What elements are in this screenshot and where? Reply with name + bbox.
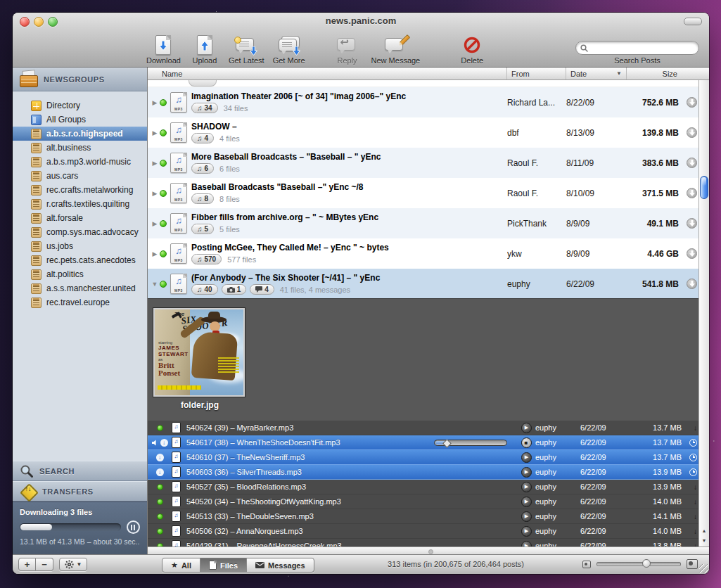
remove-button[interactable]: −: [36, 558, 53, 571]
sidebar-newsgroup-item[interactable]: alt.politics: [13, 267, 147, 281]
download-post-button[interactable]: [679, 188, 697, 198]
sidebar-newsgroup-item[interactable]: a.b.s.mp3.world-music: [13, 155, 147, 169]
column-header-date[interactable]: Date▼: [566, 68, 627, 79]
sidebar-newsgroup-item[interactable]: rec.travel.europe: [13, 295, 147, 309]
file-from: euphy: [535, 438, 580, 447]
play-stop-button[interactable]: [517, 482, 535, 492]
toolbar-toggle-button[interactable]: [684, 18, 702, 25]
download-post-button[interactable]: [679, 279, 697, 289]
sidebar-newsgroup-item[interactable]: alt.forsale: [13, 211, 147, 225]
audio-scrubber[interactable]: [434, 440, 511, 446]
file-row[interactable]: ↓ 540617 (38) – WhenTheShoeDoesn'tFit.mp…: [148, 435, 709, 450]
post-row[interactable]: ♫MP3 More Baseball Broadcasts – "Basebal…: [148, 148, 709, 178]
unread-indicator-dot: [159, 281, 167, 288]
download-post-button[interactable]: [679, 127, 697, 138]
search-section-header[interactable]: SEARCH: [13, 461, 147, 481]
play-stop-button[interactable]: [517, 526, 535, 537]
file-date: 6/22/09: [580, 453, 635, 461]
disclosure-triangle-icon[interactable]: [151, 250, 159, 257]
sidebar-newsgroup-item[interactable]: aus.cars: [13, 169, 147, 183]
file-row[interactable]: ↓ 540520 (34) – TheShootingOfWyattKing.m…: [148, 494, 709, 509]
sidebar-newsgroup-item[interactable]: a.s.s.manchester.united: [13, 281, 147, 295]
sidebar-newsgroup-item[interactable]: Directory: [13, 98, 147, 113]
pause-transfers-button[interactable]: [127, 520, 140, 534]
download-post-button[interactable]: [679, 97, 697, 108]
file-row[interactable]: ↓ 540624 (39) – MyraBarker.mp3 euphy 6/2…: [148, 421, 709, 435]
filter-all-button[interactable]: ★ All: [162, 558, 200, 572]
newsgroups-section-header[interactable]: NEWSGROUPS: [13, 68, 147, 91]
mp3-file-mini-icon: [172, 496, 181, 507]
sidebar-newsgroup-item[interactable]: r.crafts.textiles.quilting: [13, 197, 147, 211]
attachment-thumbnail[interactable]: The SIXSHOOTER starring JAMES STEWART as: [153, 308, 246, 410]
slider-track[interactable]: [596, 562, 681, 566]
play-stop-button[interactable]: [517, 452, 535, 463]
sidebar-newsgroup-item[interactable]: alt.business: [13, 141, 147, 155]
sidebar-newsgroup-item[interactable]: rec.crafts.metalworking: [13, 183, 147, 197]
transfers-sign-icon: ↑↓: [20, 483, 37, 500]
play-stop-button[interactable]: [517, 541, 535, 547]
post-row[interactable]: ♫MP3 (For Anybody – The Six Shooter [~/4…: [148, 269, 709, 298]
sidebar-newsgroup-item[interactable]: us.jobs: [13, 239, 147, 253]
sidebar-newsgroup-item[interactable]: All Groups: [13, 113, 147, 127]
sidebar-newsgroup-item[interactable]: a.b.s.r.o.highspeed: [13, 127, 147, 141]
scrollbar-thumb[interactable]: [700, 176, 708, 199]
post-row[interactable]: ♫MP3 Posting McGee, They Called Me! – yE…: [148, 238, 709, 269]
horizontal-scrollbar[interactable]: [148, 547, 709, 554]
download-button[interactable]: Download: [146, 34, 181, 65]
vertical-scrollbar[interactable]: ▲ ▼: [698, 80, 709, 547]
scroll-down-arrow[interactable]: ▼: [699, 537, 709, 545]
play-stop-button[interactable]: [517, 511, 535, 522]
file-row[interactable]: ↓ 540610 (37) – TheNewSheriff.mp3 euphy …: [148, 450, 709, 465]
post-row[interactable]: ♫MP3 Baseball Broadcasts "Baseball –" yE…: [148, 178, 709, 208]
disclosure-triangle-icon[interactable]: [151, 99, 159, 106]
file-row[interactable]: ↓ 540506 (32) – AnnaNorquest.mp3 euphy 6…: [148, 524, 709, 539]
file-size: 13.9 MB: [635, 482, 682, 491]
column-header-size[interactable]: Size: [627, 70, 679, 78]
post-size: 752.6 MB: [627, 98, 679, 108]
get-latest-button[interactable]: Get Latest: [229, 34, 264, 65]
play-stop-button[interactable]: [517, 467, 535, 478]
toolbar: Download Upload Get Latest Get More ↩: [13, 30, 709, 68]
file-row[interactable]: ↓ 540527 (35) – BloodRelations.mp3 euphy…: [148, 480, 709, 494]
post-row[interactable]: ♫MP3 Imagination Theater 2006 [~ of 34] …: [148, 87, 709, 117]
file-row[interactable]: ↓ 540603 (36) – SilverThreads.mp3 euphy …: [148, 465, 709, 480]
disclosure-triangle-icon[interactable]: [151, 129, 159, 136]
newsgroup-label: us.jobs: [46, 241, 73, 251]
disclosure-triangle-icon[interactable]: [151, 190, 159, 197]
search-field[interactable]: [575, 41, 699, 55]
six-shooter-cover-image: The SIXSHOOTER starring JAMES STEWART as: [153, 308, 245, 397]
reply-button[interactable]: ↩ Reply: [332, 34, 363, 65]
title-bar[interactable]: news.panic.com: [13, 13, 709, 30]
column-header-from[interactable]: From: [507, 68, 566, 79]
scrubber-thumb[interactable]: [442, 439, 452, 448]
column-header-name[interactable]: Name: [148, 68, 507, 79]
slider-knob[interactable]: [642, 559, 651, 568]
transfers-section-header[interactable]: ↑↓ TRANSFERS: [13, 481, 147, 501]
disclosure-triangle-icon[interactable]: [151, 160, 159, 167]
search-input[interactable]: [591, 43, 694, 53]
download-post-button[interactable]: [679, 218, 697, 229]
filter-files-button[interactable]: Files: [200, 558, 247, 572]
delete-button[interactable]: Delete: [457, 34, 487, 65]
file-row[interactable]: ↓ 540513 (33) – TheDoubleSeven.mp3 euphy…: [148, 509, 709, 524]
get-more-button[interactable]: Get More: [273, 34, 305, 65]
post-row[interactable]: ♫MP3 Fibber fills from archive.org – " ~…: [148, 208, 709, 238]
resize-grip[interactable]: [699, 564, 708, 573]
play-stop-button[interactable]: [517, 437, 535, 448]
new-message-button[interactable]: New Message: [371, 34, 421, 65]
download-post-button[interactable]: [679, 158, 697, 168]
sidebar-newsgroup-item[interactable]: rec.pets.cats.anecdotes: [13, 253, 147, 267]
post-row[interactable]: ♫MP3 SHADOW – ♫4 4 files dbf 8/13/09: [148, 117, 709, 148]
disclosure-triangle-icon[interactable]: [151, 281, 159, 288]
sidebar-newsgroup-item[interactable]: comp.sys.mac.advocacy: [13, 225, 147, 239]
add-button[interactable]: +: [18, 558, 36, 571]
play-stop-button[interactable]: [517, 497, 535, 507]
download-post-button[interactable]: [679, 248, 697, 259]
file-row[interactable]: ↓ 540429 (31) – RevengeAtHornessCreek.mp…: [148, 539, 709, 547]
upload-button[interactable]: Upload: [189, 34, 220, 65]
play-stop-button[interactable]: [517, 423, 535, 433]
action-gear-button[interactable]: ▼: [59, 558, 87, 571]
disclosure-triangle-icon[interactable]: [151, 220, 159, 227]
filter-messages-button[interactable]: Messages: [247, 558, 314, 572]
scroll-up-arrow[interactable]: ▲: [699, 527, 709, 535]
